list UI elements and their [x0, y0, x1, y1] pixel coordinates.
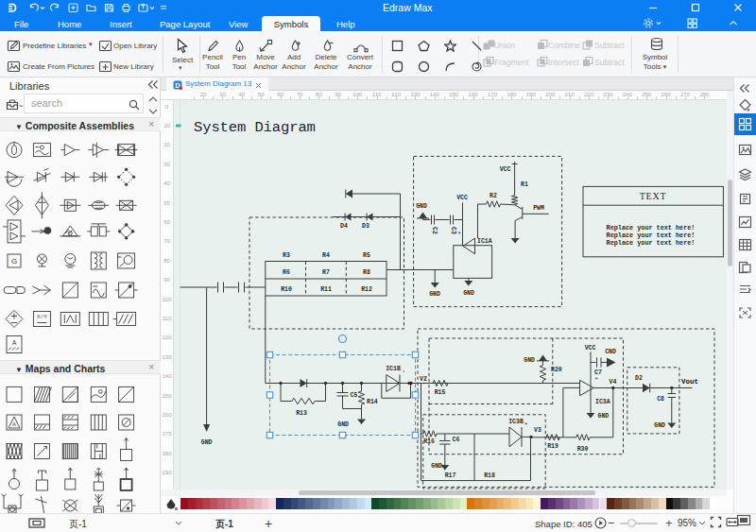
- svg-text:GND: GND: [463, 290, 474, 297]
- svg-text:X/Y: X/Y: [37, 314, 47, 320]
- svg-text:C5: C5: [351, 392, 358, 399]
- svg-text:Replace your text here!: Replace your text here!: [607, 239, 696, 247]
- svg-text:R12: R12: [361, 286, 372, 293]
- svg-text:R1: R1: [521, 181, 528, 188]
- svg-text:R15: R15: [435, 389, 446, 396]
- svg-text:V4: V4: [610, 379, 617, 386]
- svg-text:C2: C2: [431, 227, 438, 234]
- svg-text:R30: R30: [577, 446, 589, 453]
- svg-text:GND: GND: [598, 413, 610, 420]
- svg-text:R11: R11: [320, 286, 332, 293]
- svg-text:VCC: VCC: [585, 345, 596, 352]
- svg-text:R2: R2: [490, 193, 497, 199]
- svg-text:R19: R19: [547, 443, 558, 450]
- svg-text:Replace your text here!: Replace your text here!: [607, 232, 696, 239]
- svg-text:IC3B: IC3B: [508, 419, 524, 425]
- svg-text:R5: R5: [363, 252, 370, 259]
- svg-text:D3: D3: [362, 223, 369, 230]
- svg-text:*: *: [594, 376, 598, 384]
- svg-text:GND: GND: [201, 439, 213, 446]
- svg-text:TEXT: TEXT: [640, 191, 667, 201]
- svg-text:A: A: [12, 421, 16, 427]
- svg-text:*: *: [457, 231, 461, 238]
- svg-text:R10: R10: [281, 286, 292, 293]
- svg-text:IC1B: IC1B: [386, 366, 401, 372]
- svg-text:Replace your text here!: Replace your text here!: [607, 224, 696, 232]
- svg-text:GND: GND: [431, 463, 442, 470]
- svg-text:C3: C3: [450, 227, 456, 234]
- svg-text:IC1A: IC1A: [477, 238, 492, 245]
- svg-text:R13: R13: [296, 410, 307, 417]
- svg-text:R20: R20: [551, 367, 562, 373]
- svg-text:R6: R6: [283, 269, 290, 276]
- svg-text:R14: R14: [367, 399, 378, 405]
- svg-text:CND: CND: [605, 349, 616, 355]
- svg-text:R16: R16: [423, 438, 435, 445]
- svg-text:R7: R7: [322, 269, 330, 276]
- svg-text:System Diagram: System Diagram: [194, 119, 316, 136]
- svg-text:C8: C8: [657, 396, 664, 403]
- svg-text:PWM: PWM: [533, 205, 544, 212]
- svg-text:V2: V2: [420, 376, 427, 383]
- svg-text:GND: GND: [429, 291, 440, 298]
- svg-text:Vout: Vout: [681, 378, 698, 386]
- svg-text:C6: C6: [453, 437, 460, 443]
- svg-text:': ': [402, 369, 405, 377]
- svg-text:D4: D4: [340, 223, 348, 230]
- svg-text:*: *: [524, 421, 528, 429]
- svg-text:G: G: [11, 257, 17, 266]
- svg-text:R8: R8: [363, 269, 370, 276]
- svg-text:VCC: VCC: [456, 195, 468, 201]
- svg-text:A: A: [12, 339, 17, 346]
- svg-text:GND: GND: [337, 421, 349, 428]
- svg-text:R3: R3: [283, 252, 290, 259]
- svg-text:V3: V3: [534, 427, 541, 434]
- svg-text:GND: GND: [416, 203, 427, 210]
- svg-text:C7: C7: [594, 369, 602, 376]
- svg-text:GND: GND: [524, 357, 535, 364]
- svg-text:R18: R18: [484, 472, 495, 479]
- svg-text:GND: GND: [654, 422, 665, 429]
- svg-text:IC3A: IC3A: [595, 399, 610, 405]
- svg-text:D2: D2: [635, 375, 643, 382]
- svg-text:R17: R17: [445, 472, 456, 479]
- svg-text:VCC: VCC: [500, 166, 511, 173]
- svg-text:R4: R4: [322, 252, 330, 259]
